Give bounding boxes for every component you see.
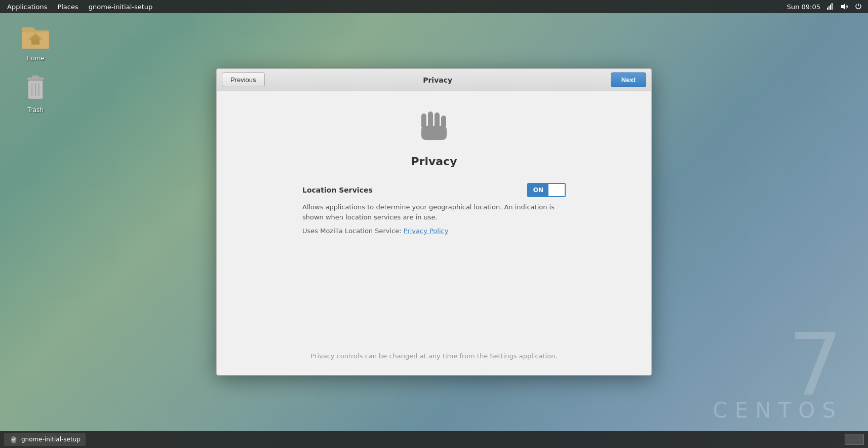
network-icon[interactable] — [825, 2, 835, 11]
svg-marker-4 — [841, 4, 845, 10]
privacy-icon — [414, 106, 454, 147]
dialog-overlay: Previous Privacy Next — [0, 13, 868, 431]
next-button[interactable]: Next — [611, 72, 646, 87]
taskbar-app-label: gnome-initial-setup — [21, 436, 81, 443]
privacy-policy-link[interactable]: Privacy Policy — [404, 227, 449, 235]
toggle-off-area — [548, 184, 565, 196]
location-services-row: Location Services ON — [302, 183, 566, 197]
taskbar-app-icon — [9, 435, 18, 444]
taskbar-window-btn[interactable] — [845, 434, 864, 445]
svg-rect-0 — [827, 8, 828, 10]
menubar-applications[interactable]: Applications — [3, 2, 51, 12]
menubar-places[interactable]: Places — [53, 2, 82, 12]
svg-rect-19 — [441, 116, 446, 128]
svg-rect-18 — [435, 113, 440, 128]
dialog-heading: Privacy — [411, 155, 457, 168]
dialog-titlebar: Previous Privacy Next — [217, 69, 651, 91]
svg-rect-17 — [428, 111, 433, 128]
svg-rect-2 — [830, 5, 831, 10]
svg-rect-3 — [832, 3, 833, 10]
taskbar-app-gnome[interactable]: gnome-initial-setup — [4, 433, 86, 446]
settings-section: Location Services ON Allows applications… — [302, 183, 566, 235]
toggle-on-label: ON — [528, 184, 548, 196]
dialog-title: Privacy — [265, 76, 611, 84]
menubar-clock: Sun 09:05 — [787, 3, 820, 11]
taskbar: gnome-initial-setup — [0, 431, 868, 448]
location-description: Allows applications to determine your ge… — [302, 202, 566, 222]
policy-text: Uses Mozilla Location Service: Privacy P… — [302, 227, 566, 235]
svg-rect-1 — [828, 6, 830, 10]
location-services-label: Location Services — [302, 186, 373, 194]
desktop: Applications Places gnome-initial-setup … — [0, 0, 868, 448]
dialog-content: Privacy Location Services ON Allows appl… — [217, 91, 651, 375]
policy-prefix: Uses Mozilla Location Service: — [302, 227, 404, 235]
privacy-dialog: Previous Privacy Next — [216, 68, 652, 376]
location-toggle[interactable]: ON — [527, 183, 566, 197]
previous-button[interactable]: Previous — [222, 72, 265, 87]
volume-icon[interactable] — [840, 2, 849, 11]
menubar: Applications Places gnome-initial-setup … — [0, 0, 868, 13]
power-icon[interactable] — [854, 2, 863, 11]
menubar-gnome-setup[interactable]: gnome-initial-setup — [85, 2, 157, 12]
svg-rect-16 — [421, 114, 426, 129]
dialog-footer: Privacy controls can be changed at any t… — [310, 337, 557, 360]
